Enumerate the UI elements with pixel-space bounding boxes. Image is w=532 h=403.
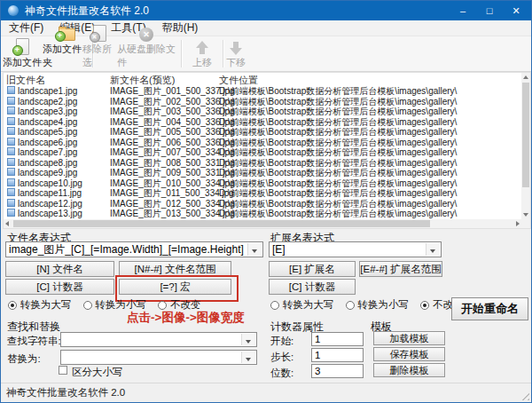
table-row[interactable]: landscape6.jpgIMAGE_图片_006_500_336.jpgD:… [4,138,521,148]
extension-expression-combo[interactable]: [E] [269,241,442,257]
close-button[interactable]: ✕ [503,1,529,20]
dropdown-arrow-icon[interactable] [241,352,255,363]
table-row[interactable]: landscape10.jpgIMAGE_图片_010_500_334.jpgD… [4,178,521,189]
extension-case-options: 转换为大写 转换为小写 不改变 [270,298,464,312]
status-bar: 神奇文件批量改名软件 2.0 [1,383,531,402]
maximize-button[interactable]: □ [476,1,503,20]
vertical-scrollbar[interactable] [521,73,530,219]
horizontal-scrollbar-thumb[interactable] [13,220,430,227]
vertical-scrollbar-thumb[interactable] [522,83,529,187]
table-row[interactable]: landscape13.jpgIMAGE_图片_013_500_334.jpgD… [4,209,521,219]
table-row[interactable]: landscape2.jpgIMAGE_图片_002_500_336.jpgD:… [4,97,521,107]
new-filename-cell: IMAGE_图片_013_500_334.jpg [110,209,235,219]
image-file-icon [7,158,15,166]
file-location-cell: D:\前端模板\Bootstrap数据分析管理后台模板\images\galle… [219,97,457,107]
file-location-cell: D:\前端模板\Bootstrap数据分析管理后台模板\images\galle… [219,147,457,158]
case-sensitive-checkbox[interactable] [59,366,67,375]
insert-extension-range-button[interactable]: [E#-#] 扩展名范围 [359,261,442,277]
image-file-icon [7,178,15,186]
table-row[interactable]: landscape5.jpgIMAGE_图片_005_500_336.jpgD:… [4,127,521,138]
counter-step-label: 步长: [270,351,293,364]
add-folder-icon [59,28,75,41]
minimize-button[interactable]: – [450,1,476,20]
image-file-icon [7,107,15,115]
image-file-icon [7,147,15,155]
replace-with-combo[interactable] [60,350,257,365]
insert-filename-button[interactable]: [N] 文件名 [5,261,114,277]
delete-template-button[interactable]: 删除模板 [373,363,445,377]
radio-filename-uppercase[interactable]: 转换为大写 [8,298,72,312]
image-file-icon [7,188,15,196]
image-file-icon [7,168,15,176]
extension-expression-value: [E] [272,243,286,256]
old-filename-cell: landscape3.jpg [18,107,77,117]
add-file-button[interactable]: 添加文件 [3,38,42,69]
insert-extension-button[interactable]: [E] 扩展名 [269,261,356,277]
find-string-label: 查找字符串: [7,335,61,348]
dropdown-arrow-icon[interactable] [426,243,440,256]
table-row[interactable]: landscape1.jpgIMAGE_图片_001_500_337.jpgD:… [4,86,521,97]
old-filename-cell: landscape8.jpg [18,158,77,169]
table-row[interactable]: landscape8.jpgIMAGE_图片_008_500_331.jpgD:… [4,158,521,169]
status-text: 神奇文件批量改名软件 2.0 [6,386,125,399]
menu-file[interactable]: 文件(F) [1,20,51,36]
column-header-location[interactable]: 文件位置 [219,74,258,87]
dropdown-arrow-icon[interactable] [247,243,262,256]
column-header-new-name[interactable]: 新文件名(预览) [110,74,175,87]
scroll-left-arrow-icon[interactable] [5,221,9,226]
insert-filename-range-button[interactable]: [N#-#] 文件名范围 [119,261,231,277]
counter-step-input[interactable] [311,348,364,362]
find-string-combo[interactable] [60,332,257,347]
new-filename-cell: IMAGE_图片_008_500_331.jpg [110,158,235,169]
radio-label: 转换为大写 [20,298,72,312]
move-up-icon [196,41,208,55]
table-row[interactable]: landscape9.jpgIMAGE_图片_009_500_331.jpgD:… [4,168,521,178]
table-row[interactable]: landscape3.jpgIMAGE_图片_003_500_336.jpgD:… [4,107,521,117]
menu-help[interactable]: 帮助(H) [154,20,207,36]
app-icon [8,5,19,16]
load-template-button[interactable]: 加载模板 [373,331,445,345]
start-rename-button[interactable]: 开始重命名 [451,297,528,320]
scroll-right-arrow-icon[interactable] [516,221,520,226]
file-location-cell: D:\前端模板\Bootstrap数据分析管理后台模板\images\galle… [219,188,457,199]
toolbar-separator [181,40,183,67]
toolbar-label: 下移 [226,56,246,69]
insert-extension-counter-button[interactable]: [C] 计数器 [269,279,356,295]
dropdown-arrow-icon[interactable] [241,334,255,345]
new-filename-cell: IMAGE_图片_010_500_334.jpg [110,178,235,189]
case-sensitive-label: 区分大小写 [72,366,123,379]
file-location-cell: D:\前端模板\Bootstrap数据分析管理后台模板\images\galle… [219,86,457,97]
old-filename-cell: landscape11.jpg [18,188,82,199]
old-filename-cell: landscape13.jpg [18,209,82,219]
toolbar-label: 从硬盘删除文件 [117,43,176,69]
insert-counter-button[interactable]: [C] 计数器 [5,279,114,295]
file-list: 旧文件名 新文件名(预览) 文件位置 landscape1.jpgIMAGE_图… [3,72,531,229]
column-header-old-name[interactable]: 旧文件名 [6,74,45,87]
delete-from-disk-button: 从硬盘删除文件 [117,38,176,69]
counter-start-input[interactable] [311,332,364,346]
remove-selected-icon [93,25,106,42]
scroll-down-arrow-icon[interactable] [523,213,528,217]
find-replace-label: 查找和替换 [7,320,60,335]
radio-icon [83,301,92,310]
old-filename-cell: landscape5.jpg [18,127,77,138]
title-bar: 神奇文件批量改名软件 2.0 – □ ✕ [1,1,531,20]
table-row[interactable]: landscape11.jpgIMAGE_图片_011_500_334.jpgD… [4,188,521,199]
radio-extension-lowercase[interactable]: 转换为小写 [346,298,410,312]
old-filename-cell: landscape4.jpg [18,117,77,128]
scroll-up-arrow-icon[interactable] [523,75,528,79]
table-row[interactable]: landscape7.jpgIMAGE_图片_007_500_334.jpgD:… [4,147,521,158]
new-filename-cell: IMAGE_图片_001_500_337.jpg [110,86,235,97]
insert-macro-button[interactable]: [=?] 宏 [119,279,231,295]
filename-expression-combo[interactable]: image_图片_[C]_[=Image.Width]_[=Image.Heig… [5,241,263,257]
resize-grip[interactable] [520,391,529,400]
radio-icon [270,301,279,310]
save-template-button[interactable]: 保存模板 [373,347,445,361]
counter-digits-input[interactable] [311,364,364,378]
table-row[interactable]: landscape4.jpgIMAGE_图片_004_500_336.jpgD:… [4,117,521,128]
radio-extension-uppercase[interactable]: 转换为大写 [270,298,334,312]
table-row[interactable]: landscape12.jpgIMAGE_图片_012_500_334.jpgD… [4,199,521,209]
old-filename-cell: landscape12.jpg [18,199,82,209]
radio-selected-icon [420,301,429,310]
horizontal-scrollbar[interactable] [4,219,521,228]
